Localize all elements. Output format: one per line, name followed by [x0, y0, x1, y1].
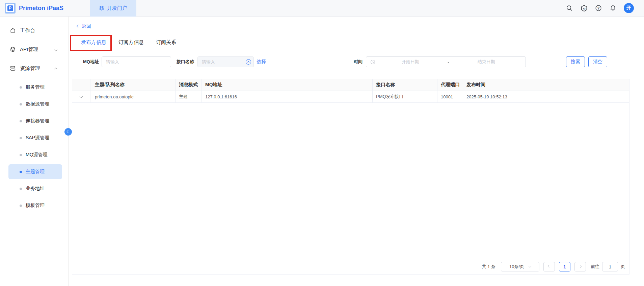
search-icon[interactable] [566, 4, 573, 12]
pagination-bar: 共 1 条 10条/页 1 前往 页 [72, 259, 629, 274]
expand-column-header [72, 79, 90, 91]
date-range-picker[interactable]: 开始日期 - 结束日期 [366, 56, 526, 67]
interface-name-input[interactable] [197, 56, 254, 67]
clear-button[interactable]: 清空 [588, 56, 607, 67]
filter-bar: MQ地址 接口名称 ✕ 选择 时间 开始日期 - 结束日期 搜索 清空 [72, 56, 629, 67]
sidebar-item-business-address[interactable]: 业务地址 [8, 181, 62, 196]
sidebar-item-label: 数据源管理 [26, 101, 49, 107]
total-count: 共 1 条 [482, 264, 495, 270]
table-header-row: 主题/队列名称 消息模式 MQ地址 接口名称 代理端口 发布时间 [72, 79, 629, 91]
column-header-topic-name: 主题/队列名称 [90, 79, 176, 91]
search-button[interactable]: 搜索 [566, 56, 585, 67]
page-number-1[interactable]: 1 [559, 262, 570, 271]
goto-page-input[interactable] [602, 262, 618, 271]
column-header-publish-time: 发布时间 [463, 79, 629, 91]
chevron-up-icon [55, 66, 57, 71]
mq-address-input[interactable] [102, 56, 171, 67]
bullet-icon [20, 120, 22, 122]
row-expand-toggle[interactable] [72, 91, 90, 102]
svg-text:AI: AI [583, 7, 585, 10]
ai-assistant-icon[interactable]: AI [580, 4, 588, 12]
main-content: 返回 发布方信息 订阅方信息 订阅关系 MQ地址 接口名称 ✕ 选择 时间 开始… [69, 17, 644, 286]
brand: P Primeton iPaaS [0, 3, 90, 14]
sidebar-item-label: 主题管理 [26, 169, 45, 175]
svg-text:?: ? [597, 6, 599, 10]
sidebar-item-resource-management[interactable]: 资源管理 [0, 59, 68, 78]
sidebar-item-label: SAP源管理 [26, 135, 49, 141]
sidebar: 工作台 API管理 资源管理 服务管理 数据源管理 连接器管理 [0, 17, 69, 286]
sidebar-item-datasource-management[interactable]: 数据源管理 [8, 97, 62, 112]
bullet-icon [20, 103, 22, 105]
select-link[interactable]: 选择 [257, 59, 266, 65]
sidebar-item-topic-management[interactable]: 主题管理 [8, 164, 62, 179]
cell-interface-name: PMQ发布接口 [373, 91, 437, 102]
mq-address-label: MQ地址 [83, 59, 99, 65]
column-header-interface-name: 接口名称 [373, 79, 437, 91]
help-icon[interactable]: ? [595, 4, 602, 12]
sidebar-collapse-handle[interactable] [64, 128, 72, 136]
range-separator: - [446, 59, 451, 65]
chevron-right-icon [579, 265, 582, 268]
user-avatar[interactable]: 开 [624, 3, 634, 13]
cell-mq-address: 127.0.0.1:61616 [202, 91, 373, 102]
sidebar-item-service-management[interactable]: 服务管理 [8, 80, 62, 95]
cell-proxy-port: 10001 [437, 91, 463, 102]
topbar-actions: AI ? 开 [566, 3, 644, 13]
server-icon [10, 65, 16, 71]
bullet-icon [20, 205, 22, 207]
end-date-placeholder[interactable]: 结束日期 [451, 59, 521, 65]
chevron-down-icon [80, 95, 83, 98]
sidebar-item-mq-source-management[interactable]: MQ源管理 [8, 147, 62, 162]
tab-subscriber-info[interactable]: 订阅方信息 [118, 39, 144, 46]
logo-letter: P [7, 5, 13, 11]
sidebar-item-label: 连接器管理 [26, 118, 49, 124]
bullet-icon [20, 137, 22, 139]
clock-icon [370, 59, 375, 65]
primeton-logo-icon: P [5, 3, 16, 14]
layers-icon [10, 46, 16, 52]
next-page-button[interactable] [574, 262, 586, 271]
layers-icon [99, 5, 104, 11]
time-label: 时间 [354, 59, 363, 65]
back-link[interactable]: 返回 [77, 23, 629, 30]
sidebar-item-template-management[interactable]: 模板管理 [8, 198, 62, 213]
tab-publisher-info[interactable]: 发布方信息 [81, 39, 106, 46]
column-header-proxy-port: 代理端口 [437, 79, 463, 91]
tab-bar: 发布方信息 订阅方信息 订阅关系 [72, 35, 629, 50]
chevron-left-icon [66, 130, 70, 133]
portal-tab-dev[interactable]: 开发门户 [90, 0, 136, 17]
cell-publish-time: 2025-05-19 10:52:13 [463, 91, 629, 102]
table-row: primeton.oa.oatopic 主题 127.0.0.1:61616 P… [72, 91, 629, 103]
sidebar-item-sap-source-management[interactable]: SAP源管理 [8, 130, 62, 145]
start-date-placeholder[interactable]: 开始日期 [375, 59, 446, 65]
column-header-message-mode: 消息模式 [176, 79, 202, 91]
back-label: 返回 [82, 23, 91, 29]
sidebar-item-label: 工作台 [20, 27, 35, 34]
bullet-icon [20, 154, 22, 156]
bullet-icon [20, 86, 22, 89]
sidebar-item-api-management[interactable]: API管理 [0, 40, 68, 59]
column-header-mq-address: MQ地址 [202, 79, 373, 91]
clear-circle-icon[interactable]: ✕ [246, 59, 251, 65]
cell-message-mode: 主题 [176, 91, 202, 102]
cell-topic-name: primeton.oa.oatopic [90, 91, 176, 102]
sidebar-item-workbench[interactable]: 工作台 [0, 21, 68, 40]
notification-bell-icon[interactable] [609, 4, 617, 12]
chevron-down-icon [529, 265, 531, 267]
interface-name-field: ✕ [197, 56, 254, 67]
chevron-left-icon [548, 265, 551, 267]
sidebar-item-connector-management[interactable]: 连接器管理 [8, 114, 62, 128]
brand-name: Primeton iPaaS [19, 5, 63, 12]
bullet-icon [20, 171, 22, 173]
portal-tab-label: 开发门户 [107, 5, 127, 11]
tab-subscription-relation[interactable]: 订阅关系 [156, 39, 176, 46]
sidebar-item-label: 业务地址 [26, 186, 45, 192]
prev-page-button[interactable] [543, 262, 555, 271]
chevron-left-icon [77, 24, 80, 28]
sidebar-item-label: API管理 [20, 46, 38, 53]
top-bar: P Primeton iPaaS 开发门户 AI ? 开 [0, 0, 644, 17]
goto-label: 前往 [591, 264, 599, 270]
page-unit-label: 页 [621, 264, 625, 270]
publisher-table: 主题/队列名称 消息模式 MQ地址 接口名称 代理端口 发布时间 primeto… [72, 79, 629, 275]
page-size-select[interactable]: 10条/页 [501, 262, 539, 271]
